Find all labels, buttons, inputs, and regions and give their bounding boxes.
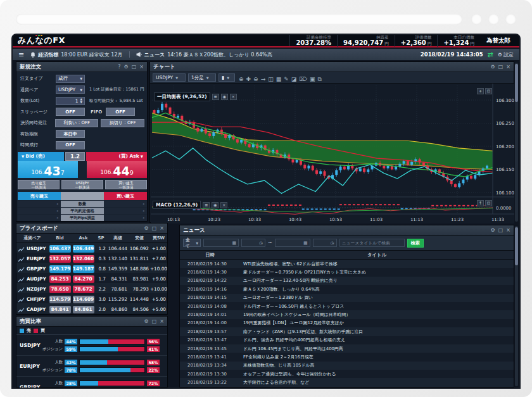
news-row[interactable]: 2018/02/19 14:15ユーロオーダー＝1.2380ドル 買い (180, 294, 514, 302)
draw-icon[interactable]: ✎ (282, 76, 290, 82)
pane-expand-icon[interactable]: ⊡ (485, 88, 492, 94)
chart-type-select[interactable]: ▮▼ (218, 73, 235, 82)
gear-icon[interactable]: ⚙ (491, 64, 495, 70)
date-from-input[interactable]: ▦ (203, 239, 239, 247)
buy-positions-header[interactable]: 買い建玉 (104, 192, 147, 200)
ask-header[interactable]: (買) Ask▼ (86, 152, 147, 161)
scrollbar-thumb[interactable] (515, 64, 518, 102)
save-icon[interactable]: ▦ (275, 76, 283, 82)
stop-loss-button[interactable]: 損切り：OFF (101, 119, 144, 127)
news-scrollbar[interactable] (515, 226, 518, 386)
trash-icon[interactable]: ⌦ (298, 76, 308, 82)
bid-button[interactable]: 149.179 (49, 265, 71, 273)
gear-icon[interactable]: ⚙ (144, 318, 149, 324)
gear-icon[interactable]: ⚙ (144, 225, 149, 231)
popout-icon[interactable]: ⧉ (317, 76, 323, 82)
quantity-stepper[interactable]: 1▲▼ (56, 97, 85, 105)
bid-button[interactable]: 84.253 (49, 275, 71, 283)
indicator-visibility-icon[interactable]: ◉ (221, 94, 228, 100)
news-row[interactable]: 2018/02/19 13:45ドル円 106.45円までじり高、日経平均は40… (180, 344, 514, 353)
ask-button[interactable]: 132.060 (73, 255, 94, 263)
price-board-row[interactable]: AUDJPY84.25384.2701.784.33183.981+9.00 (16, 273, 167, 283)
news-row[interactable]: 2018/02/19 13:34米株価指数先物、じり高 105ドル高 (180, 362, 514, 370)
price-board-row[interactable]: CHFJPY114.579114.6093.0115.292114.448+5.… (16, 293, 167, 303)
chart-symbol-select[interactable]: USDJPY▼ (153, 73, 186, 82)
indicator-close-icon[interactable]: × (230, 94, 237, 100)
close-icon[interactable]: × (506, 64, 510, 70)
chart-scrollbar[interactable] (515, 63, 518, 222)
gear-icon[interactable]: ⚙ (124, 64, 129, 70)
maximize-icon[interactable]: □ (132, 64, 137, 70)
help-icon[interactable]: ? (118, 64, 120, 70)
close-icon[interactable]: × (160, 318, 164, 324)
close-icon[interactable]: × (160, 225, 164, 231)
bid-button[interactable]: 114.579 (49, 296, 71, 303)
order-toggle-button[interactable]: OFF (56, 108, 85, 116)
news-row[interactable]: 2018/02/19 14:0119日の欧米イベントスケジュール（時間は日本時間… (180, 310, 514, 318)
pane-expand-icon[interactable]: ⊡ (485, 200, 492, 206)
maximize-icon[interactable]: □ (498, 227, 504, 233)
window-dot-3[interactable] (505, 14, 516, 25)
time-to-input[interactable]: ◷ (313, 239, 337, 247)
bid-header[interactable]: ▼Bid (売) (18, 152, 64, 161)
chart-interval-select[interactable]: 1分足▼ (188, 73, 216, 82)
ask-button[interactable]: 106.449 (73, 245, 94, 253)
close-icon[interactable]: × (506, 227, 510, 233)
news-row[interactable]: 2018/02/19 13:41FF金利織り込み度 2＝2月16日現在 (180, 353, 514, 361)
ask-button[interactable]: 84.861 (73, 306, 94, 313)
bulk-close-button[interactable]: 売り建玉一括決済 (18, 180, 60, 189)
window-dot-2[interactable] (488, 14, 499, 25)
bid-button[interactable]: 106.437 (49, 245, 71, 253)
indicator-close-icon[interactable]: × (220, 202, 227, 208)
price-board-row[interactable]: GBPJPY149.179149.1870.8149.359148.886+10… (16, 263, 167, 273)
news-row[interactable]: 2018/02/19 14:16豪ＡＳＸ200指数、しっかり 0.64%高 (180, 285, 514, 293)
indicators-icon[interactable]: ◫ (267, 76, 275, 82)
take-profit-button[interactable]: 利食い：OFF (55, 119, 99, 127)
gear-icon[interactable]: ⚙ (491, 227, 495, 233)
sell-price-button[interactable]: 106.437 (18, 161, 78, 178)
maximize-icon[interactable]: □ (152, 225, 157, 231)
price-board-row[interactable]: USDJPY106.437106.4491.2106.444106.092+1.… (16, 243, 167, 253)
bulk-close-button[interactable]: 買い建玉一括決済 (105, 180, 147, 189)
news-row[interactable]: 2018/02/19 14:08ドル円オーダー＝106.50円 越えるとストップ… (180, 302, 514, 310)
search-button[interactable]: 検索 (407, 239, 424, 248)
time-from-input[interactable]: ◷ (241, 239, 265, 247)
price-board-row[interactable]: CADJPY84.84184.8612.084.86084.506+5.00 (16, 303, 167, 313)
eraser-icon[interactable]: ◪ (290, 76, 298, 82)
crosshair-icon[interactable]: ✚ (245, 76, 253, 82)
sell-positions-header[interactable]: 売り建玉 (18, 192, 61, 200)
settings-button[interactable]: ⚙設定 (498, 51, 514, 58)
buy-price-button[interactable]: 106.449 (87, 161, 147, 178)
indicator-settings-icon[interactable]: ≣ (212, 94, 219, 100)
pane-collapse-icon[interactable]: ↑ (477, 200, 484, 206)
news-scope-select[interactable]: 全て▼ (183, 239, 201, 247)
maximize-icon[interactable]: □ (152, 318, 157, 324)
layout-icon[interactable]: ▣ (308, 76, 317, 82)
close-icon[interactable]: × (139, 64, 144, 70)
order-通貨ペア-select[interactable]: USDJPY▼ (56, 85, 85, 94)
news-row[interactable]: 2018/02/19 13:22大手銀行による合意の手順、など (180, 378, 514, 386)
news-ticker[interactable]: ニュース 14:16 豪ＡＳＸ200指数、しっかり 0.64%高 (136, 51, 272, 58)
ask-button[interactable]: 84.270 (73, 275, 94, 283)
stepper-arrows[interactable]: ▲▼ (80, 98, 82, 104)
price-board-row[interactable]: NZDJPY78.65078.6722.278.68178.293+10.00 (16, 283, 167, 293)
swap-arrows-icon[interactable]: ⇄ (488, 51, 493, 59)
news-row[interactable]: 2018/02/19 14:30豪ドルオーダー＝0.7950ドル OP21日NY… (180, 268, 514, 276)
indicator-settings-icon[interactable]: ≣ (203, 202, 210, 208)
news-row[interactable]: 2018/02/19 13:57南ア・ランド（ZAR）は9.13円近辺、新大統領… (180, 327, 514, 336)
date-to-input[interactable]: ▦ (275, 239, 310, 247)
ask-button[interactable]: 149.187 (73, 265, 94, 273)
news-row[interactable]: 2018/02/19 13:30オセアニア通貨は堅調も、今年は強弱分かれる (180, 370, 514, 378)
address-bar[interactable] (16, 14, 462, 25)
news-row[interactable]: 2018/02/19 14:0019日重要指標【LDN】 ユーロ圏12月経常収支… (180, 319, 514, 327)
zoom-in-icon[interactable]: ⊕ (238, 76, 245, 82)
economic-indicator-ticker[interactable]: 経済指標 18:00 EUR 経常収支 12月 (30, 51, 122, 58)
bid-button[interactable]: 84.841 (49, 306, 71, 313)
bid-button[interactable]: 132.057 (49, 255, 71, 263)
scrollbar-thumb[interactable] (515, 227, 518, 265)
news-row[interactable]: 2018/02/19 14:30WTI原油先物相場、底堅い 62ドル台前半で推移 (180, 260, 514, 268)
jump-latest-icon[interactable]: → (260, 76, 267, 82)
hamburger-menu-icon[interactable]: ≡ (18, 51, 24, 59)
news-row[interactable]: 2018/02/19 14:22ユーロ円オーダー＝132.40-50円 断続的に… (180, 277, 514, 285)
pane-collapse-icon[interactable]: + (477, 88, 484, 94)
